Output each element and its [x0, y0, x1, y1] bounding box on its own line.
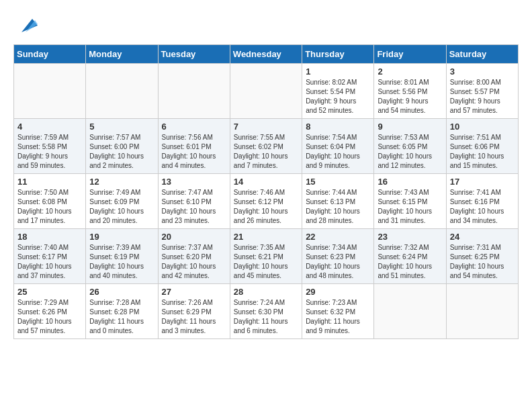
calendar-header-row: SundayMondayTuesdayWednesdayThursdayFrid…	[14, 45, 519, 64]
day-number: 24	[450, 232, 515, 242]
calendar-cell: 6Sunrise: 7:56 AM Sunset: 6:01 PM Daylig…	[158, 119, 230, 174]
day-number: 2	[378, 66, 442, 77]
day-info: Sunrise: 7:40 AM Sunset: 6:17 PM Dayligh…	[17, 243, 82, 281]
day-info: Sunrise: 7:31 AM Sunset: 6:25 PM Dayligh…	[450, 243, 515, 281]
calendar-cell: 14Sunrise: 7:46 AM Sunset: 6:12 PM Dayli…	[230, 174, 302, 229]
day-number: 6	[162, 122, 226, 132]
day-info: Sunrise: 7:53 AM Sunset: 6:05 PM Dayligh…	[378, 133, 442, 171]
day-number: 5	[89, 122, 154, 132]
calendar-cell: 3Sunrise: 8:00 AM Sunset: 5:57 PM Daylig…	[446, 64, 518, 119]
day-info: Sunrise: 7:39 AM Sunset: 6:19 PM Dayligh…	[89, 243, 154, 281]
day-number: 11	[17, 177, 82, 187]
day-number: 18	[17, 232, 82, 242]
day-number: 23	[378, 232, 442, 242]
day-number: 25	[17, 287, 82, 297]
calendar-cell	[374, 284, 446, 339]
day-number: 28	[234, 287, 298, 297]
calendar-cell: 23Sunrise: 7:32 AM Sunset: 6:24 PM Dayli…	[374, 229, 446, 284]
calendar-cell	[158, 64, 230, 119]
calendar-cell	[446, 284, 518, 339]
day-info: Sunrise: 7:59 AM Sunset: 5:58 PM Dayligh…	[17, 133, 82, 171]
day-info: Sunrise: 7:24 AM Sunset: 6:30 PM Dayligh…	[234, 298, 298, 336]
calendar-cell: 26Sunrise: 7:28 AM Sunset: 6:28 PM Dayli…	[86, 284, 158, 339]
day-info: Sunrise: 7:55 AM Sunset: 6:02 PM Dayligh…	[234, 133, 298, 171]
calendar-cell: 9Sunrise: 7:53 AM Sunset: 6:05 PM Daylig…	[374, 119, 446, 174]
calendar-cell: 7Sunrise: 7:55 AM Sunset: 6:02 PM Daylig…	[230, 119, 302, 174]
weekday-header: Sunday	[14, 45, 86, 64]
day-number: 15	[306, 177, 370, 187]
calendar-cell: 21Sunrise: 7:35 AM Sunset: 6:21 PM Dayli…	[230, 229, 302, 284]
day-number: 1	[306, 66, 370, 77]
calendar-cell: 1Sunrise: 8:02 AM Sunset: 5:54 PM Daylig…	[302, 64, 374, 119]
day-number: 8	[306, 122, 370, 132]
calendar-cell: 20Sunrise: 7:37 AM Sunset: 6:20 PM Dayli…	[158, 229, 230, 284]
calendar-cell: 27Sunrise: 7:26 AM Sunset: 6:29 PM Dayli…	[158, 284, 230, 339]
day-number: 9	[378, 122, 442, 132]
day-info: Sunrise: 7:23 AM Sunset: 6:32 PM Dayligh…	[306, 298, 370, 336]
day-info: Sunrise: 7:56 AM Sunset: 6:01 PM Dayligh…	[162, 133, 226, 171]
day-info: Sunrise: 7:49 AM Sunset: 6:09 PM Dayligh…	[89, 188, 154, 226]
day-number: 29	[306, 287, 370, 297]
calendar-cell	[14, 64, 86, 119]
calendar-week-row: 1Sunrise: 8:02 AM Sunset: 5:54 PM Daylig…	[14, 64, 519, 119]
calendar-cell: 13Sunrise: 7:47 AM Sunset: 6:10 PM Dayli…	[158, 174, 230, 229]
day-number: 12	[89, 177, 154, 187]
day-number: 20	[162, 232, 226, 242]
day-info: Sunrise: 7:34 AM Sunset: 6:23 PM Dayligh…	[306, 243, 370, 281]
calendar-cell: 10Sunrise: 7:51 AM Sunset: 6:06 PM Dayli…	[446, 119, 518, 174]
day-info: Sunrise: 7:50 AM Sunset: 6:08 PM Dayligh…	[17, 188, 82, 226]
calendar-table: SundayMondayTuesdayWednesdayThursdayFrid…	[13, 44, 519, 339]
day-number: 10	[450, 122, 515, 132]
calendar-week-row: 18Sunrise: 7:40 AM Sunset: 6:17 PM Dayli…	[14, 229, 519, 284]
day-number: 3	[450, 66, 515, 77]
logo	[13, 13, 38, 38]
day-number: 16	[378, 177, 442, 187]
logo-icon	[16, 13, 38, 35]
weekday-header: Thursday	[302, 45, 374, 64]
calendar-cell: 15Sunrise: 7:44 AM Sunset: 6:13 PM Dayli…	[302, 174, 374, 229]
weekday-header: Monday	[86, 45, 158, 64]
day-number: 19	[89, 232, 154, 242]
day-number: 22	[306, 232, 370, 242]
day-info: Sunrise: 8:00 AM Sunset: 5:57 PM Dayligh…	[450, 78, 515, 116]
calendar-cell: 12Sunrise: 7:49 AM Sunset: 6:09 PM Dayli…	[86, 174, 158, 229]
day-info: Sunrise: 7:41 AM Sunset: 6:16 PM Dayligh…	[450, 188, 515, 226]
day-info: Sunrise: 8:01 AM Sunset: 5:56 PM Dayligh…	[378, 78, 442, 116]
calendar-cell: 25Sunrise: 7:29 AM Sunset: 6:26 PM Dayli…	[14, 284, 86, 339]
day-number: 27	[162, 287, 226, 297]
day-info: Sunrise: 7:43 AM Sunset: 6:15 PM Dayligh…	[378, 188, 442, 226]
day-info: Sunrise: 7:44 AM Sunset: 6:13 PM Dayligh…	[306, 188, 370, 226]
calendar-cell: 11Sunrise: 7:50 AM Sunset: 6:08 PM Dayli…	[14, 174, 86, 229]
calendar-cell: 29Sunrise: 7:23 AM Sunset: 6:32 PM Dayli…	[302, 284, 374, 339]
day-info: Sunrise: 8:02 AM Sunset: 5:54 PM Dayligh…	[306, 78, 370, 116]
day-info: Sunrise: 7:26 AM Sunset: 6:29 PM Dayligh…	[162, 298, 226, 336]
calendar-cell: 16Sunrise: 7:43 AM Sunset: 6:15 PM Dayli…	[374, 174, 446, 229]
calendar-week-row: 25Sunrise: 7:29 AM Sunset: 6:26 PM Dayli…	[14, 284, 519, 339]
day-number: 7	[234, 122, 298, 132]
day-info: Sunrise: 7:47 AM Sunset: 6:10 PM Dayligh…	[162, 188, 226, 226]
weekday-header: Tuesday	[158, 45, 230, 64]
day-info: Sunrise: 7:46 AM Sunset: 6:12 PM Dayligh…	[234, 188, 298, 226]
day-info: Sunrise: 7:57 AM Sunset: 6:00 PM Dayligh…	[89, 133, 154, 171]
calendar-cell: 28Sunrise: 7:24 AM Sunset: 6:30 PM Dayli…	[230, 284, 302, 339]
day-number: 4	[17, 122, 82, 132]
weekday-header: Saturday	[446, 45, 518, 64]
day-info: Sunrise: 7:54 AM Sunset: 6:04 PM Dayligh…	[306, 133, 370, 171]
calendar-cell: 8Sunrise: 7:54 AM Sunset: 6:04 PM Daylig…	[302, 119, 374, 174]
weekday-header: Friday	[374, 45, 446, 64]
page-header	[13, 13, 519, 38]
calendar-cell: 5Sunrise: 7:57 AM Sunset: 6:00 PM Daylig…	[86, 119, 158, 174]
calendar-cell	[230, 64, 302, 119]
calendar-cell: 19Sunrise: 7:39 AM Sunset: 6:19 PM Dayli…	[86, 229, 158, 284]
day-number: 14	[234, 177, 298, 187]
calendar-cell: 18Sunrise: 7:40 AM Sunset: 6:17 PM Dayli…	[14, 229, 86, 284]
calendar-cell: 22Sunrise: 7:34 AM Sunset: 6:23 PM Dayli…	[302, 229, 374, 284]
day-number: 13	[162, 177, 226, 187]
calendar-cell	[86, 64, 158, 119]
weekday-header: Wednesday	[230, 45, 302, 64]
day-info: Sunrise: 7:28 AM Sunset: 6:28 PM Dayligh…	[89, 298, 154, 336]
day-info: Sunrise: 7:32 AM Sunset: 6:24 PM Dayligh…	[378, 243, 442, 281]
calendar-cell: 2Sunrise: 8:01 AM Sunset: 5:56 PM Daylig…	[374, 64, 446, 119]
calendar-week-row: 11Sunrise: 7:50 AM Sunset: 6:08 PM Dayli…	[14, 174, 519, 229]
calendar-cell: 24Sunrise: 7:31 AM Sunset: 6:25 PM Dayli…	[446, 229, 518, 284]
